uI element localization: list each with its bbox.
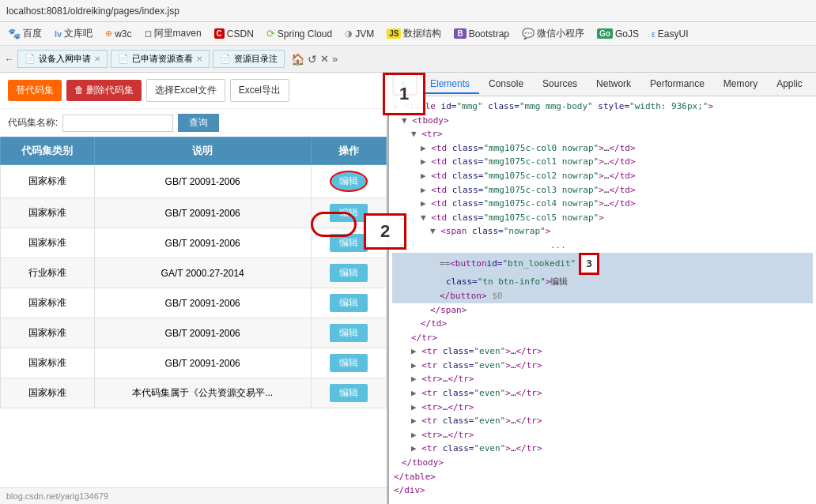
- main-area: 替代码集 🗑 删除代码集 选择Excel文件 Excel导出 代码集名称: 查询…: [0, 73, 816, 504]
- tab-network[interactable]: Network: [587, 75, 640, 94]
- address-bar[interactable]: localhost:8081/oldreiking/pages/index.js…: [0, 0, 816, 22]
- edit-btn[interactable]: 编辑: [330, 294, 368, 312]
- browser-window: localhost:8081/oldreiking/pages/index.js…: [0, 0, 816, 504]
- html-line-tr-3: ▶ <tr>…</tr>: [392, 428, 813, 442]
- cell-desc: GB/T 20091-2006: [94, 288, 311, 318]
- edit-btn[interactable]: 编辑: [330, 354, 368, 372]
- devtools-content: ▶ <table id="mmg" class="mmg mmg-body" s…: [389, 96, 816, 504]
- cell-type: 国家标准: [1, 228, 95, 258]
- html-line-tr-even-5: ▶ <tr class="even">…</tr>: [392, 442, 813, 456]
- bookmark-bootstrap[interactable]: B Bootstrap: [449, 27, 514, 41]
- edit-btn[interactable]: 编辑: [330, 324, 368, 342]
- cell-action: 编辑: [311, 378, 386, 408]
- bookmark-easyui[interactable]: ε EasyUI: [647, 27, 693, 41]
- table-row: 国家标准GB/T 20091-2006编辑: [1, 165, 387, 198]
- annotation-2: 2: [364, 213, 406, 250]
- close-icon[interactable]: ✕: [320, 53, 329, 65]
- page-tab-2[interactable]: 📄 已申请资源查看 ✕: [111, 50, 210, 68]
- table-row: 国家标准GB/T 20091-2006编辑: [1, 228, 387, 258]
- search-btn[interactable]: 查询: [178, 114, 219, 132]
- edit-btn[interactable]: 编辑: [330, 171, 368, 192]
- html-line-8: ▶ <td class="mmg1075c-col4 nowrap">…</td…: [392, 197, 813, 211]
- bookmark-w3c[interactable]: ⊕ w3c: [100, 27, 136, 41]
- excel-select-btn[interactable]: 选择Excel文件: [146, 79, 225, 102]
- cell-action: 编辑: [311, 318, 386, 348]
- tab-memory[interactable]: Memory: [714, 75, 767, 94]
- bootstrap-icon: B: [454, 28, 466, 39]
- table-row: 国家标准GB/T 20091-2006编辑: [1, 288, 387, 318]
- bookmark-baidu[interactable]: 🐾 百度: [3, 25, 47, 42]
- cell-type: 国家标准: [1, 378, 95, 408]
- cell-desc: GB/T 20091-2006: [94, 165, 311, 198]
- more-icon[interactable]: »: [332, 53, 338, 65]
- page-tab-1[interactable]: 📄 设备入网申请 ✕: [17, 50, 108, 68]
- page-tab-3[interactable]: 📄 资源目录注: [213, 50, 285, 68]
- bookmark-datastructure[interactable]: JS 数据结构: [382, 25, 446, 42]
- table-row: 国家标准GB/T 20091-2006编辑: [1, 318, 387, 348]
- gojs-icon: Go: [597, 28, 613, 39]
- tab-close-1[interactable]: ✕: [94, 55, 100, 63]
- bookmark-wenku[interactable]: lv 文库吧: [50, 25, 97, 42]
- table-header-row: 代码集类别 说明 操作: [1, 137, 387, 165]
- html-line-9: ▼ <td class="mmg1075c-col5 nowrap">: [392, 211, 813, 225]
- html-table-close: </table>: [392, 470, 813, 484]
- tab-performance[interactable]: Performance: [640, 75, 714, 94]
- col-type: 代码集类别: [1, 137, 95, 165]
- cell-type: 国家标准: [1, 348, 95, 378]
- html-div-close: </div>: [392, 483, 813, 498]
- html-line-btn-close: </button> $0: [392, 289, 813, 303]
- search-input[interactable]: [62, 115, 173, 132]
- tab-close-2[interactable]: ✕: [196, 55, 202, 63]
- bookmark-jvm[interactable]: ◑ JVM: [340, 27, 379, 41]
- bookmark-gojs[interactable]: Go GoJS: [592, 27, 644, 41]
- edit-btn[interactable]: 编辑: [330, 384, 368, 402]
- html-line-tr-even-3: ▶ <tr class="even">…</tr>: [392, 386, 813, 401]
- html-line-6: ▶ <td class="mmg1075c-col2 nowrap">…</td…: [392, 169, 813, 183]
- cell-action: 编辑: [311, 258, 386, 288]
- html-highlighted-row: == <button id="btn_lookedit" 3: [392, 253, 813, 276]
- search-label: 代码集名称:: [8, 116, 58, 130]
- delete-btn[interactable]: 🗑 删除代码集: [66, 80, 142, 101]
- tab-applic[interactable]: Applic: [767, 75, 812, 94]
- html-tbody-close: </tbody>: [392, 456, 813, 470]
- bookmark-springcloud[interactable]: ⟳ Spring Cloud: [262, 26, 337, 41]
- page-toolbar: 替代码集 🗑 删除代码集 选择Excel文件 Excel导出: [0, 73, 387, 109]
- bookmark-maven[interactable]: ◻ 阿里maven: [140, 25, 206, 42]
- datastructure-icon: JS: [387, 28, 401, 39]
- replace-btn[interactable]: 替代码集: [8, 80, 62, 101]
- table-row: 国家标准GB/T 20091-2006编辑: [1, 198, 387, 228]
- footer: blog.csdn.net/yarig134679: [0, 487, 387, 504]
- cell-desc: GB/T 20091-2006: [94, 228, 311, 258]
- cell-desc: GB/T 20091-2006: [94, 348, 311, 378]
- html-line-tr-even-2: ▶ <tr class="even">…</tr>: [392, 359, 813, 373]
- bookmark-csdn[interactable]: C CSDN: [210, 27, 259, 41]
- bookmark-weixin[interactable]: 💬 微信小程序: [517, 25, 589, 42]
- edit-btn[interactable]: 编辑: [330, 204, 368, 222]
- tab-console[interactable]: Console: [479, 75, 533, 94]
- springcloud-icon: ⟳: [266, 28, 275, 39]
- edit-btn[interactable]: 编辑: [330, 234, 368, 252]
- excel-export-btn[interactable]: Excel导出: [230, 79, 289, 102]
- cell-type: 国家标准: [1, 198, 95, 228]
- cell-desc: 本代码集属于《公共资源交易平...: [94, 378, 311, 408]
- ellipsis-row: ...: [392, 239, 813, 253]
- webpage-panel: 替代码集 🗑 删除代码集 选择Excel文件 Excel导出 代码集名称: 查询…: [0, 73, 387, 504]
- html-line-tr-even-1: ▶ <tr class="even">…</tr>: [392, 344, 813, 359]
- html-line-7: ▶ <td class="mmg1075c-col3 nowrap">…</td…: [392, 183, 813, 197]
- html-line-tr-even-4: ▶ <tr class="even">…</tr>: [392, 414, 813, 428]
- refresh-icon[interactable]: ↺: [308, 53, 317, 66]
- edit-btn[interactable]: 编辑: [330, 264, 368, 282]
- cell-desc: GA/T 2000.27-2014: [94, 258, 311, 288]
- html-line-3: ▼ <tr>: [392, 127, 813, 141]
- html-line-10: ▼ <span class="nowrap">: [392, 224, 813, 239]
- cell-type: 国家标准: [1, 165, 95, 198]
- table-row: 国家标准本代码集属于《公共资源交易平...编辑: [1, 378, 387, 408]
- tab-elements[interactable]: Elements: [421, 75, 479, 94]
- tab-sources[interactable]: Sources: [533, 75, 587, 94]
- html-line-4: ▶ <td class="mmg1075c-col0 nowrap">…</td…: [392, 141, 813, 156]
- home-icon[interactable]: 🏠: [291, 53, 304, 66]
- jvm-icon: ◑: [345, 28, 353, 39]
- page-icon-3: 📄: [220, 54, 231, 64]
- cell-desc: GB/T 20091-2006: [94, 198, 311, 228]
- cell-action: 编辑: [311, 288, 386, 318]
